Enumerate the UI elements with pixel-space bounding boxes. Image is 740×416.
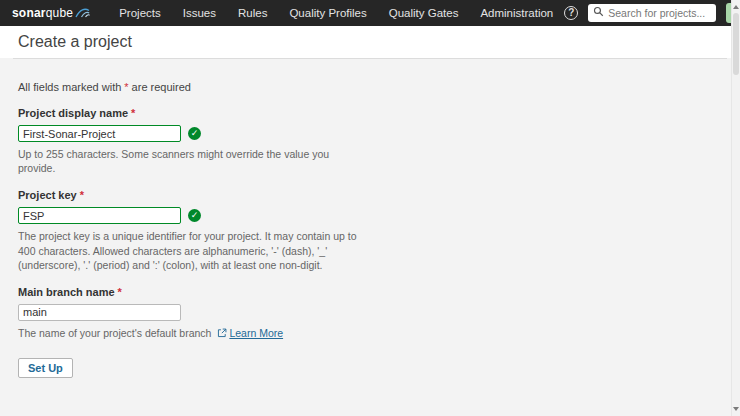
scroll-up-arrow[interactable]	[733, 5, 739, 9]
sonarqube-logo[interactable]: sonarqube	[12, 6, 90, 21]
scroll-down-arrow[interactable]	[733, 407, 739, 411]
external-link-icon	[214, 327, 229, 339]
required-fields-note: All fields marked with*are required	[18, 81, 722, 93]
logo-wave-icon	[73, 6, 90, 21]
project-key-label: Project key*	[18, 189, 722, 201]
required-note-prefix: All fields marked with	[18, 81, 121, 93]
project-display-name-label-text: Project display name	[18, 107, 128, 119]
nav-item-issues[interactable]: Issues	[172, 7, 227, 19]
global-search[interactable]	[588, 4, 716, 22]
main-branch-help-text: The name of your project's default branc…	[18, 327, 211, 339]
main-branch-name-input[interactable]	[18, 304, 181, 321]
required-note-suffix: are required	[132, 81, 191, 93]
valid-check-icon: ✓	[188, 209, 201, 222]
navbar-right: ? A	[564, 3, 740, 23]
logo-text-qube: qube	[46, 6, 74, 20]
mandatory-asterisk: *	[131, 107, 135, 119]
valid-check-icon: ✓	[188, 127, 201, 140]
project-key-input[interactable]	[18, 207, 181, 224]
project-display-name-label: Project display name*	[18, 107, 722, 119]
page-body: Create a project All fields marked with*…	[0, 0, 740, 416]
project-key-help: The project key is a unique identifier f…	[18, 229, 366, 272]
top-navbar: sonarqube Projects Issues Rules Quality …	[0, 0, 731, 26]
logo-text-sonar: sonar	[12, 6, 46, 20]
page-header: Create a project	[0, 26, 740, 58]
create-project-form: All fields marked with*are required Proj…	[0, 81, 740, 378]
search-icon	[593, 6, 604, 20]
mandatory-asterisk: *	[80, 189, 84, 201]
main-navigation: Projects Issues Rules Quality Profiles Q…	[108, 7, 564, 19]
page-title: Create a project	[18, 33, 132, 51]
header-divider	[13, 58, 727, 59]
field-main-branch-name: Main branch name* The name of your proje…	[18, 286, 722, 340]
main-branch-name-label-text: Main branch name	[18, 286, 115, 298]
mandatory-asterisk: *	[118, 286, 122, 298]
search-input[interactable]	[608, 7, 711, 19]
learn-more-label: Learn More	[229, 327, 283, 339]
required-asterisk: *	[124, 81, 128, 93]
field-project-display-name: Project display name* ✓ Up to 255 charac…	[18, 107, 722, 175]
nav-item-administration[interactable]: Administration	[469, 7, 564, 19]
main-branch-name-label: Main branch name*	[18, 286, 722, 298]
nav-item-projects[interactable]: Projects	[108, 7, 172, 19]
setup-button[interactable]: Set Up	[18, 358, 73, 378]
vertical-scrollbar[interactable]	[731, 0, 740, 416]
project-display-name-input[interactable]	[18, 125, 181, 142]
project-display-name-help: Up to 255 characters. Some scanners migh…	[18, 147, 366, 175]
help-icon[interactable]: ?	[564, 6, 578, 20]
field-project-key: Project key* ✓ The project key is a uniq…	[18, 189, 722, 272]
scrollbar-thumb[interactable]	[733, 13, 739, 75]
project-key-label-text: Project key	[18, 189, 77, 201]
nav-item-rules[interactable]: Rules	[227, 7, 278, 19]
learn-more-link[interactable]: Learn More	[214, 327, 283, 339]
nav-item-quality-profiles[interactable]: Quality Profiles	[278, 7, 377, 19]
main-branch-name-help: The name of your project's default branc…	[18, 326, 366, 340]
nav-item-quality-gates[interactable]: Quality Gates	[378, 7, 470, 19]
